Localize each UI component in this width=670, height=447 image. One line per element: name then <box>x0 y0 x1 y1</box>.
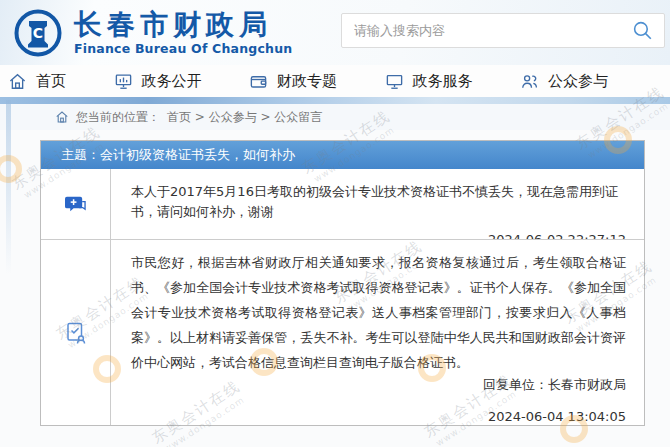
nav-item-disclosure[interactable]: 政务公开 <box>114 72 202 91</box>
disclosure-icon <box>114 72 133 91</box>
home-icon <box>8 72 27 91</box>
site-title-english: Finance Bureau Of Changchun <box>74 41 292 56</box>
breadcrumb-home-icon <box>55 110 69 124</box>
services-icon <box>385 72 404 91</box>
question-date: 2024-06-02 22:27:12 <box>131 232 626 239</box>
site-header: C 长春市财政局 Finance Bureau Of Changchun <box>0 0 670 65</box>
nav-label: 政务服务 <box>413 72 473 91</box>
site-title: 长春市财政局 <box>74 9 292 41</box>
nav-label: 财政专题 <box>277 72 337 91</box>
breadcrumb-path[interactable]: 首页 > 公众参与 > 公众留言 <box>167 109 322 126</box>
page: C 长春市财政局 Finance Bureau Of Changchun 首页 <box>0 0 670 447</box>
nav-label: 首页 <box>36 72 66 91</box>
reply-text: 市民您好，根据吉林省财政厅相关通知要求，报名资格复核通过后，考生领取合格证书、《… <box>131 250 626 375</box>
breadcrumb: 您当前的位置： 首页 > 公众参与 > 公众留言 <box>0 104 670 130</box>
nav-label: 公众参与 <box>548 72 608 91</box>
reply-icon-cell <box>41 240 111 425</box>
reply-unit: 回复单位：长春市财政局 <box>131 376 626 394</box>
reply-row: 市民您好，根据吉林省财政厅相关通知要求，报名资格复核通过后，考生领取合格证书、《… <box>41 240 644 425</box>
question-row: 本人于2017年5月16日考取的初级会计专业技术资格证书不慎丢失，现在急需用到证… <box>41 169 644 240</box>
reply-content-cell: 市民您好，根据吉林省财政厅相关通知要求，报名资格复核通过后，考生领取合格证书、《… <box>111 240 644 425</box>
svg-text:C: C <box>33 25 43 41</box>
finance-topics-icon <box>249 72 268 91</box>
nav-item-services[interactable]: 政务服务 <box>385 72 473 91</box>
nav-item-home[interactable]: 首页 <box>8 72 66 91</box>
document-check-icon <box>65 321 87 345</box>
bureau-emblem-icon: C <box>13 8 63 58</box>
left-edge-decoration <box>6 100 11 275</box>
question-icon-cell <box>41 169 111 239</box>
search-input[interactable] <box>342 23 632 38</box>
question-content-cell: 本人于2017年5月16日考取的初级会计专业技术资格证书不慎丢失，现在急需用到证… <box>111 169 644 239</box>
nav-item-participation[interactable]: 公众参与 <box>520 72 608 91</box>
message-subject-bar: 主题：会计初级资格证书丢失，如何补办 <box>41 141 644 169</box>
nav-label: 政务公开 <box>142 72 202 91</box>
main-nav: 首页 政务公开 财政专题 政务服务 <box>0 65 670 97</box>
site-title-block: 长春市财政局 Finance Bureau Of Changchun <box>74 9 292 56</box>
watermark-logo-ring <box>0 155 22 183</box>
search-icon[interactable] <box>632 20 653 41</box>
site-logo[interactable]: C <box>13 8 63 58</box>
participation-icon <box>520 72 539 91</box>
nav-divider-band <box>0 97 670 104</box>
message-card: 主题：会计初级资格证书丢失，如何补办 本人于2017年5月16日考取的初级会计专… <box>40 140 645 426</box>
search-box[interactable] <box>341 13 665 48</box>
message-bubble-icon <box>64 194 87 215</box>
question-text: 本人于2017年5月16日考取的初级会计专业技术资格证书不慎丢失，现在急需用到证… <box>131 182 626 222</box>
breadcrumb-label: 您当前的位置： <box>76 109 160 126</box>
reply-date: 2024-06-04 13:04:05 <box>131 409 626 424</box>
nav-item-finance-topics[interactable]: 财政专题 <box>249 72 337 91</box>
